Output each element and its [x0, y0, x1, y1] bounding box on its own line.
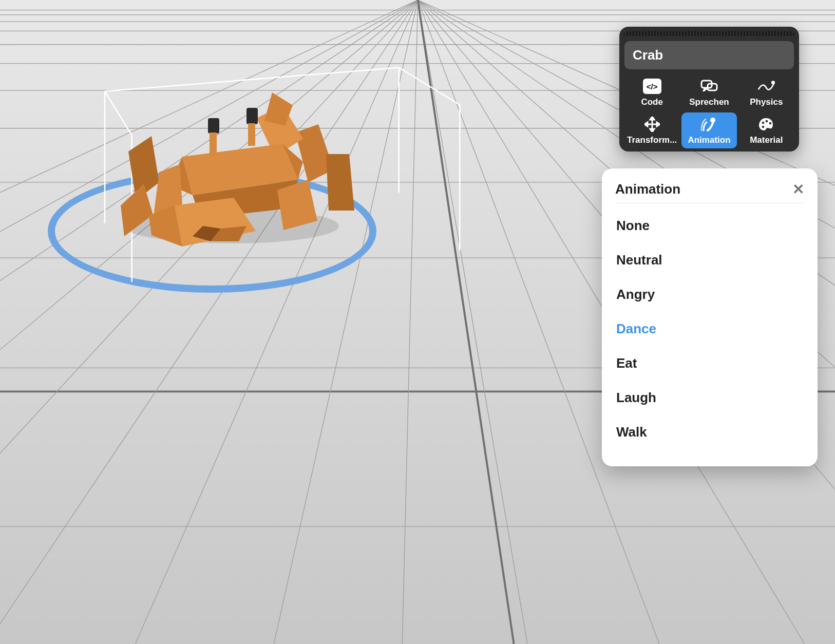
code-icon: </>	[643, 79, 661, 94]
speech-icon	[700, 79, 718, 94]
svg-marker-65	[650, 117, 654, 120]
svg-marker-67	[644, 122, 648, 126]
animation-option[interactable]: None	[615, 209, 804, 243]
tab-label: Physics	[750, 97, 783, 107]
tab-speak[interactable]: Sprechen	[681, 74, 736, 110]
animation-option[interactable]: Neutral	[615, 243, 804, 277]
tab-label: Material	[750, 135, 783, 145]
tab-label: Code	[641, 97, 663, 107]
object-name-field[interactable]: Crab	[624, 41, 794, 69]
animation-popover[interactable]: Animation ✕ None Neutral Angry Dance Eat…	[602, 168, 818, 466]
inspector-tabs: </> Code Sprechen Physics Transform.	[624, 74, 794, 148]
tab-animation[interactable]: Animation	[681, 112, 736, 148]
svg-marker-66	[650, 129, 654, 132]
animation-options: None Neutral Angry Dance Eat Laugh Walk	[615, 209, 804, 449]
animation-option[interactable]: Walk	[615, 415, 804, 449]
move-icon	[643, 117, 661, 132]
animation-option[interactable]: Eat	[615, 346, 804, 381]
inspector-panel[interactable]: Crab </> Code Sprechen Physics	[619, 27, 799, 151]
physics-icon	[757, 79, 775, 94]
animation-icon	[700, 117, 718, 132]
animation-option[interactable]: Laugh	[615, 381, 804, 415]
popover-title: Animation	[615, 181, 680, 197]
svg-point-72	[769, 122, 772, 125]
svg-point-73	[762, 126, 765, 128]
animation-option[interactable]: Dance	[615, 312, 804, 346]
svg-point-71	[766, 120, 768, 123]
tab-material[interactable]: Material	[739, 112, 794, 148]
tab-transform[interactable]: Transform...	[624, 112, 679, 148]
tab-physics[interactable]: Physics	[739, 74, 794, 110]
viewport-3d[interactable]: Crab </> Code Sprechen Physics	[0, 0, 835, 644]
svg-point-70	[762, 122, 765, 124]
tab-code[interactable]: </> Code	[624, 74, 679, 110]
tab-label: Animation	[688, 135, 730, 145]
svg-marker-68	[657, 122, 660, 126]
drag-handle[interactable]	[623, 31, 795, 36]
palette-icon	[757, 117, 775, 132]
svg-point-69	[710, 118, 715, 123]
svg-point-62	[771, 81, 775, 84]
animation-option[interactable]: Angry	[615, 277, 804, 312]
close-icon[interactable]: ✕	[792, 181, 804, 198]
tab-label: Transform...	[627, 135, 677, 145]
tab-label: Sprechen	[689, 97, 729, 107]
